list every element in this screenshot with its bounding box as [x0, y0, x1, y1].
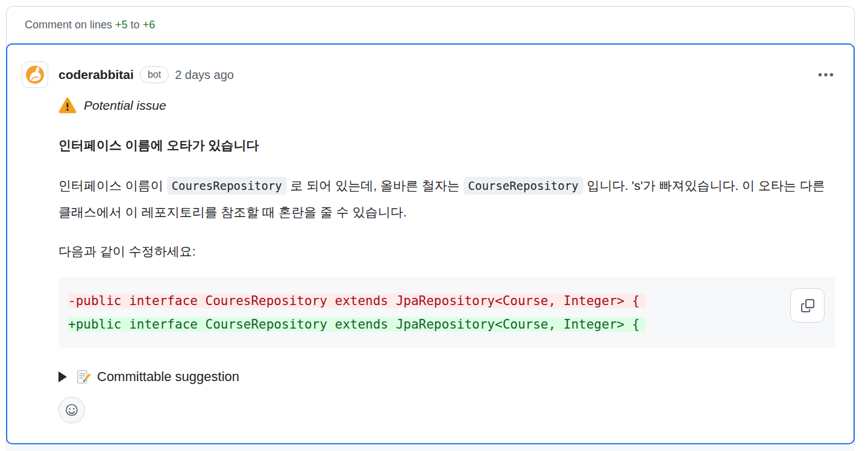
copy-code-button[interactable]: [790, 288, 825, 323]
severity-label: Potential issue: [84, 98, 166, 113]
author-name[interactable]: coderabbitai: [58, 68, 134, 82]
severity-row: Potential issue: [58, 96, 835, 115]
review-thread-container: Comment on lines +5 to +6 coderabbitai b…: [6, 6, 855, 451]
issue-paragraph: 인터페이스 이름이 CouresRepository 로 되어 있는데, 올바른…: [58, 172, 835, 226]
add-reaction-button[interactable]: [58, 397, 85, 423]
coderabbit-logo-icon: [24, 64, 46, 86]
paragraph-text: 인터페이스 이름이: [58, 178, 167, 192]
paragraph-text: 로 되어 있는데, 올바른 철자는: [287, 178, 464, 192]
issue-heading: 인터페이스 이름에 오타가 있습니다: [58, 136, 835, 154]
inline-code-typo: CouresRepository: [167, 177, 287, 195]
line-ref-start: +5: [115, 19, 128, 31]
next-section-strip: [6, 446, 855, 451]
diff-added-line: +public interface CourseRepository exten…: [68, 317, 646, 332]
smiley-icon: [64, 403, 79, 417]
line-ref-end: +6: [143, 19, 156, 31]
context-text: Comment on lines: [25, 19, 115, 31]
diff-removed-line: -public interface CouresRepository exten…: [68, 294, 646, 308]
copy-icon: [801, 299, 814, 312]
suggestion-label: Committable suggestion: [97, 369, 239, 385]
comment-body: Potential issue 인터페이스 이름에 오타가 있습니다 인터페이스…: [7, 96, 854, 423]
committable-suggestion-toggle[interactable]: Committable suggestion: [58, 369, 835, 385]
bot-badge: bot: [140, 66, 169, 83]
fix-instruction: 다음과 같이 수정하세요:: [58, 242, 835, 260]
collapsed-arrow-icon: [58, 371, 67, 382]
comment-timestamp[interactable]: 2 days ago: [175, 68, 234, 82]
avatar[interactable]: [22, 62, 48, 88]
memo-icon: [75, 369, 91, 385]
comment-options-button[interactable]: [815, 66, 837, 83]
review-comment-card: coderabbitai bot 2 days ago Potential is…: [6, 43, 855, 444]
inline-code-correct: CourseRepository: [464, 177, 583, 195]
context-text-mid: to: [128, 19, 143, 31]
comment-header: coderabbitai bot 2 days ago: [7, 45, 854, 88]
diff-content: -public interface CouresRepository exten…: [68, 289, 826, 336]
kebab-icon: [817, 69, 834, 81]
warning-icon: [58, 97, 77, 114]
comment-context-header: Comment on lines +5 to +6: [7, 7, 854, 43]
diff-code-block: -public interface CouresRepository exten…: [58, 277, 835, 348]
